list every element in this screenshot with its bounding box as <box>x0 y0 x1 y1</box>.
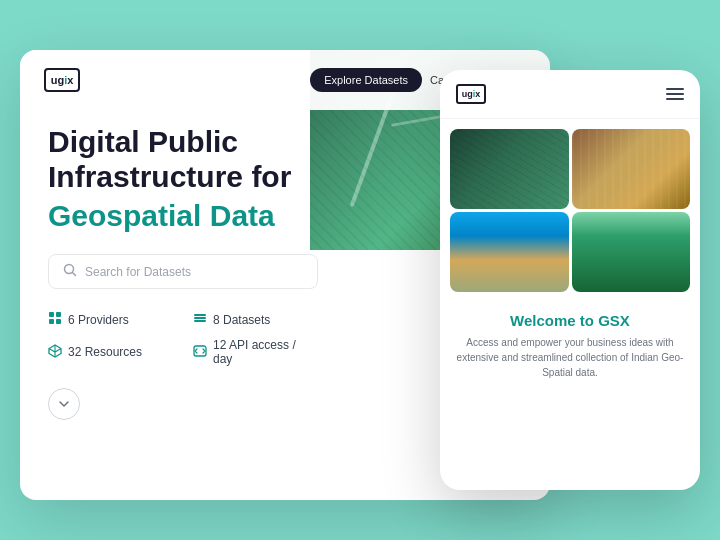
search-icon <box>63 263 77 280</box>
providers-value: 6 Providers <box>68 313 129 327</box>
mobile-logo-teal: i <box>473 89 476 99</box>
stats-grid: 6 Providers 8 Datasets <box>48 311 318 366</box>
svg-rect-4 <box>49 319 54 324</box>
svg-rect-5 <box>56 319 61 324</box>
mobile-navbar: ugix <box>440 70 700 119</box>
scene: ugix Explore Datasets Canvas Playground … <box>20 30 700 510</box>
mobile-image-grid <box>440 119 700 302</box>
datasets-icon <box>193 311 207 328</box>
stat-datasets: 8 Datasets <box>193 311 318 328</box>
providers-icon <box>48 311 62 328</box>
hero-title-teal: Geospatial Data <box>48 198 318 234</box>
mobile-card: ugix Welcome to GSX Access and empower y… <box>440 70 700 490</box>
logo: ugix <box>44 68 80 92</box>
forest-image <box>450 129 569 209</box>
api-value: 12 API access / day <box>213 338 318 366</box>
resources-icon <box>48 344 62 361</box>
explore-datasets-button[interactable]: Explore Datasets <box>310 68 422 92</box>
hills-image <box>572 212 691 292</box>
mobile-welcome-section: Welcome to GSX Access and empower your b… <box>440 302 700 390</box>
welcome-description: Access and empower your business ideas w… <box>456 335 684 380</box>
hero-title: Digital Public Infrastructure for <box>48 125 318 194</box>
svg-line-1 <box>73 273 76 276</box>
scroll-down-button[interactable] <box>48 388 80 420</box>
search-placeholder: Search for Datasets <box>85 265 191 279</box>
mobile-logo: ugix <box>456 84 486 104</box>
stat-api: 12 API access / day <box>193 338 318 366</box>
welcome-title: Welcome to GSX <box>456 312 684 329</box>
stat-resources: 32 Resources <box>48 338 173 366</box>
datasets-value: 8 Datasets <box>213 313 270 327</box>
api-icon <box>193 344 207 361</box>
logo-teal-letter: i <box>64 74 67 86</box>
svg-rect-6 <box>194 314 206 316</box>
svg-rect-2 <box>49 312 54 317</box>
resources-value: 32 Resources <box>68 345 142 359</box>
logo-box: ugix <box>44 68 80 92</box>
stat-providers: 6 Providers <box>48 311 173 328</box>
beach-image <box>450 212 569 292</box>
welcome-brand: GSX <box>598 312 630 329</box>
hamburger-menu[interactable] <box>666 88 684 100</box>
hero-content: Digital Public Infrastructure for Geospa… <box>48 125 318 420</box>
svg-rect-7 <box>194 317 206 319</box>
svg-rect-8 <box>194 320 206 322</box>
city-image <box>572 129 691 209</box>
svg-rect-3 <box>56 312 61 317</box>
search-bar[interactable]: Search for Datasets <box>48 254 318 289</box>
